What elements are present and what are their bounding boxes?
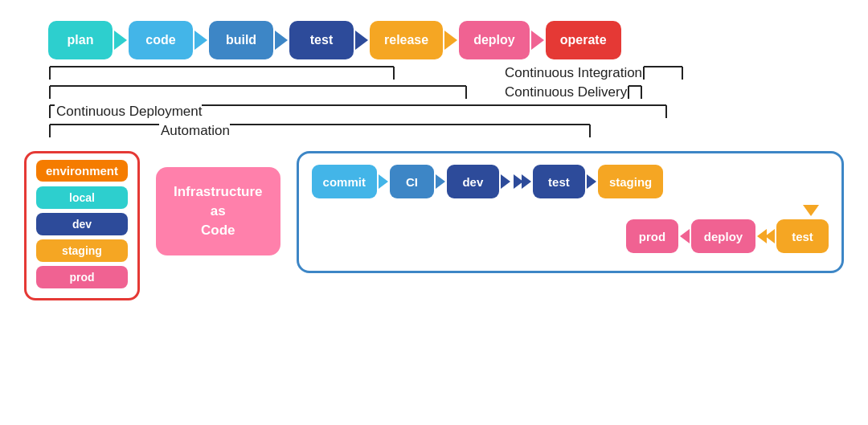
flow-arrow-3: [501, 174, 510, 189]
env-prod: prod: [36, 266, 128, 288]
flow-arrow-5: [587, 174, 596, 189]
iac-line1: Infrastructure: [174, 184, 263, 199]
env-staging: staging: [36, 239, 128, 262]
stage-test: test: [289, 21, 354, 59]
flow-arrow-6: [680, 229, 690, 243]
stage-deploy: deploy: [459, 21, 530, 59]
ci-bracket-svg: [48, 65, 498, 81]
stage-build: build: [209, 21, 273, 59]
cdeploy-right: [202, 104, 844, 120]
stage-plan: plan: [48, 21, 113, 59]
arrow-6: [531, 31, 544, 50]
iac-line2: as: [211, 203, 226, 219]
flow-prod: prod: [626, 219, 678, 253]
stage-code: code: [129, 21, 193, 59]
arrow-2: [194, 31, 207, 50]
arrow-4: [355, 31, 368, 50]
cicd-bottom-row: prod deploy test: [312, 219, 829, 253]
cdeploy-left: [48, 104, 56, 120]
flow-arrow-1: [379, 174, 388, 189]
iac-label: Infrastructure as Code: [174, 182, 263, 239]
env-local: local: [36, 186, 128, 209]
ci-bracket-right: [642, 65, 706, 81]
flow-arrow-7-dbl: [755, 229, 776, 243]
flow-ci: CI: [390, 165, 434, 198]
cdeploy-bracket-row: Continuous Deployment: [48, 103, 844, 121]
main-diagram: plan code build test release deploy oper…: [0, 0, 868, 425]
arrow-3: [275, 31, 288, 50]
stage-operate: operate: [546, 21, 621, 59]
flow-dev: dev: [447, 165, 499, 198]
pipeline-row: plan code build test release deploy oper…: [48, 21, 844, 59]
flow-commit: commit: [312, 165, 377, 198]
staging-down-arrow: [764, 205, 829, 216]
cicd-top-row: commit CI dev test staging: [312, 165, 829, 198]
env-title: environment: [36, 160, 128, 182]
cd-bracket-row: Continuous Delivery: [48, 84, 844, 101]
auto-bracket-row: Automation: [48, 122, 844, 140]
bottom-section: environment local dev staging prod Infra…: [24, 151, 844, 300]
cicd-flow-box: commit CI dev test staging: [297, 151, 844, 273]
arrow-1: [114, 31, 127, 50]
automation-label: Automation: [161, 123, 230, 139]
ci-label: Continuous Integration: [505, 65, 642, 81]
flow-test2: test: [776, 219, 829, 253]
flow-staging: staging: [598, 165, 663, 198]
delivery-label: Continuous Delivery: [505, 84, 627, 100]
cd-bracket-right: [627, 84, 643, 100]
iac-box: Infrastructure as Code: [156, 167, 280, 255]
stage-release: release: [370, 21, 443, 59]
deployment-label: Continuous Deployment: [56, 104, 202, 120]
arrow-5: [444, 31, 457, 50]
flow-arrow-2: [436, 174, 445, 189]
ci-bracket-row: Continuous Integration: [48, 64, 844, 82]
flow-arrow-4-dbl: [512, 174, 533, 189]
iac-line3: Code: [201, 223, 235, 238]
auto-left: [48, 123, 161, 139]
flow-test: test: [533, 165, 585, 198]
environment-box: environment local dev staging prod: [24, 151, 140, 300]
auto-right: [230, 123, 844, 139]
brackets-section: Continuous Integration Continuous Delive…: [48, 64, 844, 140]
cd-bracket-svg: [48, 84, 498, 100]
flow-deploy: deploy: [691, 219, 755, 253]
env-dev: dev: [36, 213, 128, 235]
